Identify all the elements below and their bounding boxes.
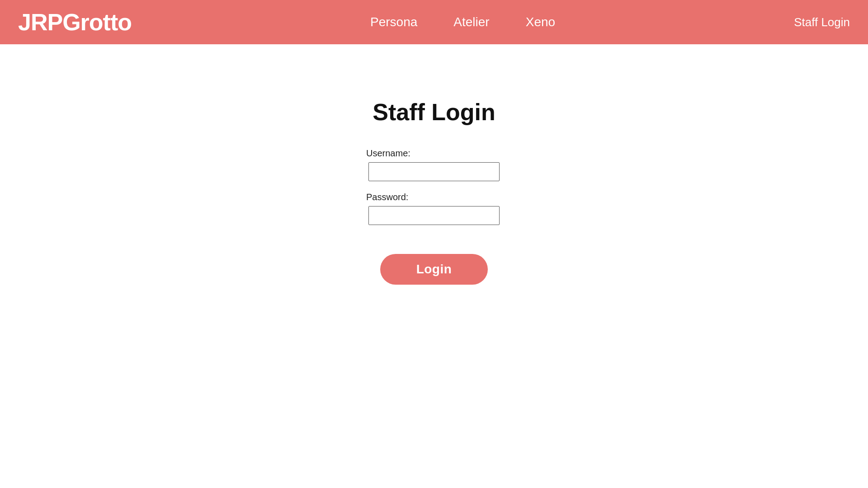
- password-input[interactable]: [368, 206, 500, 225]
- page-title: Staff Login: [373, 99, 495, 126]
- main-content: Staff Login Username: Password: Login: [0, 44, 868, 285]
- main-nav: Persona Atelier Xeno: [132, 15, 794, 29]
- username-input[interactable]: [368, 162, 500, 181]
- site-header: JRPGrotto Persona Atelier Xeno Staff Log…: [0, 0, 868, 44]
- password-group: Password:: [366, 192, 502, 225]
- nav-item-persona[interactable]: Persona: [370, 15, 417, 29]
- password-label: Password:: [366, 192, 408, 202]
- login-button[interactable]: Login: [380, 254, 488, 285]
- site-logo[interactable]: JRPGrotto: [18, 9, 132, 36]
- username-group: Username:: [366, 148, 502, 181]
- nav-item-atelier[interactable]: Atelier: [453, 15, 489, 29]
- nav-item-xeno[interactable]: Xeno: [526, 15, 555, 29]
- username-label: Username:: [366, 148, 410, 159]
- nav-staff-login[interactable]: Staff Login: [794, 15, 850, 29]
